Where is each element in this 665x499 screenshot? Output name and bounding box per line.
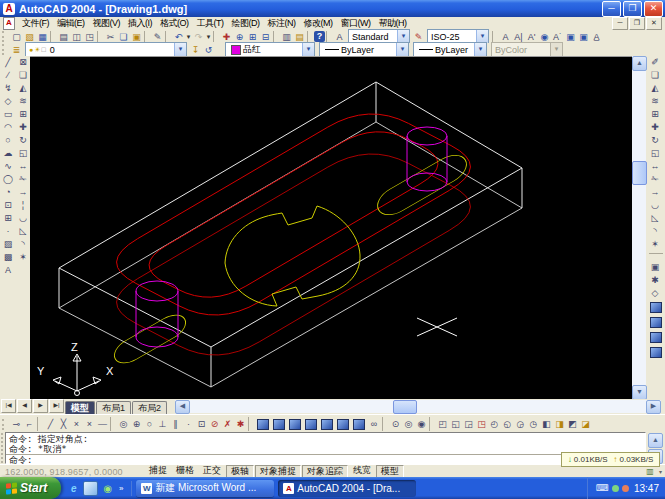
mirror-icon[interactable]: ◭: [648, 82, 662, 95]
2d-wireframe-icon[interactable]: [257, 419, 269, 430]
spline-icon[interactable]: ∿: [1, 160, 15, 173]
move-icon[interactable]: ✚: [648, 121, 662, 134]
undo-dropdown-icon[interactable]: ▾: [185, 31, 192, 43]
toolbar-grip[interactable]: [2, 44, 8, 55]
flat-shaded-icon[interactable]: [305, 419, 317, 430]
block-tool-icon[interactable]: ✱: [648, 274, 662, 287]
snap-settings-icon[interactable]: ✗: [221, 417, 234, 431]
toolbar-grip[interactable]: [2, 31, 8, 42]
intersect-icon[interactable]: ◲: [462, 417, 475, 431]
horizontal-scrollbar[interactable]: ◀ ▶: [175, 400, 661, 413]
rotate-icon[interactable]: ↻: [16, 134, 30, 147]
linetype-combo[interactable]: ByLayer ▾: [319, 42, 409, 57]
lineweight-combo[interactable]: ByLayer ▾: [413, 42, 487, 57]
chamfer-icon[interactable]: ◺: [648, 212, 662, 225]
color-combo[interactable]: 品红 ▾: [225, 42, 315, 57]
publish-icon[interactable]: ◳: [83, 31, 96, 43]
explode-icon[interactable]: ✶: [648, 238, 662, 251]
trim-icon[interactable]: ✁: [648, 173, 662, 186]
toolbar-separator[interactable]: [144, 31, 150, 42]
arc-icon[interactable]: ◠: [1, 121, 15, 134]
snap-parallel-icon[interactable]: ∥: [169, 417, 182, 431]
move-faces-icon[interactable]: ◴: [488, 417, 501, 431]
menu-file[interactable]: 文件(F): [18, 18, 53, 28]
snap-none-icon[interactable]: ⊘: [208, 417, 221, 431]
scroll-right-icon[interactable]: ▶: [646, 400, 661, 414]
menu-edit[interactable]: 编辑(E): [53, 18, 89, 28]
osnap-settings-icon[interactable]: ✱: [234, 417, 247, 431]
coordinate-display[interactable]: 162.0000, 918.9657, 0.0000: [0, 467, 145, 477]
gouraud-edges-icon[interactable]: [353, 419, 365, 430]
justify-text-icon[interactable]: A̲: [590, 31, 603, 43]
cylinder-bottom-left[interactable]: [136, 281, 178, 347]
flat-edges-icon[interactable]: [337, 419, 349, 430]
toolbar-separator[interactable]: [429, 417, 435, 431]
mirror-icon[interactable]: ◭: [16, 82, 30, 95]
undo-icon[interactable]: ↶: [172, 31, 185, 43]
redo-icon[interactable]: ↷: [192, 31, 205, 43]
se-isometric-view-icon[interactable]: [650, 317, 662, 328]
single-line-text-icon[interactable]: A|: [512, 31, 525, 43]
show-desktop-icon[interactable]: [83, 481, 98, 496]
toolbar-separator[interactable]: [649, 253, 663, 259]
text-box-icon[interactable]: ▣: [648, 261, 662, 274]
explode-icon[interactable]: ✶: [16, 251, 30, 264]
restore-button[interactable]: ❐: [623, 1, 642, 17]
designcenter-icon[interactable]: ▤: [293, 31, 306, 43]
ortho-toggle[interactable]: 正交: [199, 465, 225, 476]
fillet-icon[interactable]: ◝: [16, 238, 30, 251]
horizontal-scroll-thumb[interactable]: [393, 400, 417, 414]
extend-icon[interactable]: →: [16, 186, 30, 199]
toolbar-separator[interactable]: [97, 31, 103, 42]
snap-center-icon[interactable]: ◎: [117, 417, 130, 431]
menu-view[interactable]: 视图(V): [89, 18, 125, 28]
insert-block-icon[interactable]: ⊡: [1, 199, 15, 212]
toolbar-separator[interactable]: [50, 31, 56, 42]
hidden-icon[interactable]: [289, 419, 301, 430]
edit-text-icon[interactable]: A': [525, 31, 538, 43]
copy-clip-icon[interactable]: ❏: [117, 31, 130, 43]
menu-tools[interactable]: 工具(T): [193, 18, 228, 28]
menu-format[interactable]: 格式(O): [156, 18, 193, 28]
snap-from-icon[interactable]: ⌐: [23, 417, 36, 431]
scale-icon[interactable]: ◱: [16, 147, 30, 160]
menu-window[interactable]: 窗口(W): [337, 18, 375, 28]
network-tray-icon[interactable]: [612, 485, 619, 492]
pan-icon[interactable]: ✚: [220, 31, 233, 43]
tab-prev-button[interactable]: ◀: [17, 399, 32, 413]
rotate-faces-icon[interactable]: ◷: [527, 417, 540, 431]
make-block-icon[interactable]: ⊞: [1, 212, 15, 225]
tab-layout2[interactable]: 布局2: [132, 401, 167, 414]
menu-help[interactable]: 帮助(H): [375, 18, 411, 28]
dropdown-arrow-icon[interactable]: ▾: [474, 43, 486, 56]
snap-endpoint-icon[interactable]: ╱: [44, 417, 57, 431]
menu-draw[interactable]: 绘图(D): [228, 18, 264, 28]
polyline-icon[interactable]: ↯: [1, 82, 15, 95]
taper-faces-icon[interactable]: ◧: [540, 417, 553, 431]
extrude-faces-icon[interactable]: ◳: [475, 417, 488, 431]
scroll-down-icon[interactable]: ▼: [632, 385, 647, 400]
menu-modify[interactable]: 修改(M): [300, 18, 337, 28]
rectangle-icon[interactable]: ▭: [1, 108, 15, 121]
scene-icon[interactable]: ◎: [402, 417, 415, 431]
new-file-icon[interactable]: ▢: [10, 31, 23, 43]
ie-quicklaunch-icon[interactable]: e: [67, 482, 80, 495]
snap-perpendicular-icon[interactable]: ⊥: [156, 417, 169, 431]
stretch-icon[interactable]: ↔: [648, 160, 662, 173]
make-layer-current-icon[interactable]: ↧: [189, 44, 202, 56]
zoom-realtime-icon[interactable]: ⊕: [233, 31, 246, 43]
construction-line-icon[interactable]: ∕: [1, 69, 15, 82]
move-icon[interactable]: ✚: [16, 121, 30, 134]
tab-first-button[interactable]: |◀: [1, 399, 16, 413]
mtext-draw-icon[interactable]: A: [1, 264, 15, 277]
erase-icon[interactable]: ✐: [648, 56, 662, 69]
plate-wireframe[interactable]: [59, 82, 522, 387]
task-autocad[interactable]: A AutoCAD 2004 - [Dra...: [278, 480, 416, 497]
ellipse-icon[interactable]: ◯: [1, 173, 15, 186]
temp-track-point-icon[interactable]: ⊸: [10, 417, 23, 431]
scale-icon[interactable]: ◱: [648, 147, 662, 160]
array-icon[interactable]: ⊞: [16, 108, 30, 121]
erase-icon[interactable]: ⊠: [16, 56, 30, 69]
keyboard-tray-icon[interactable]: ⌨: [596, 483, 609, 493]
mtext-icon[interactable]: A: [499, 31, 512, 43]
